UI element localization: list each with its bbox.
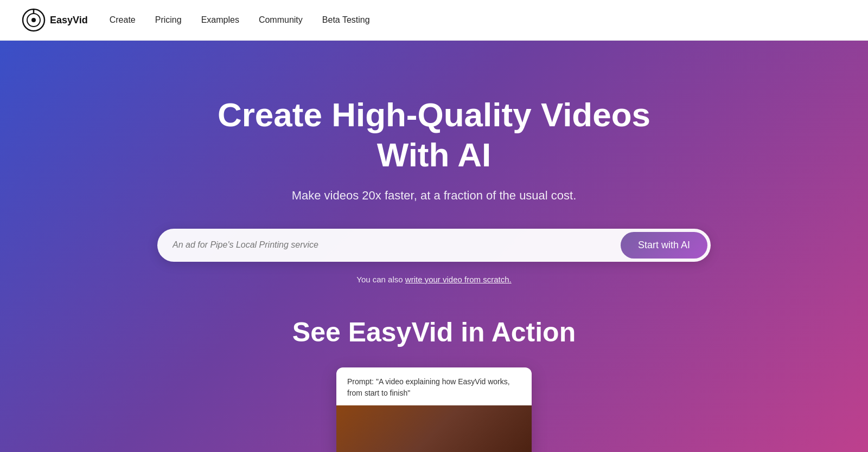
nav-item-examples[interactable]: Examples — [201, 15, 239, 25]
scratch-text: You can also write your video from scrat… — [356, 275, 511, 284]
hero-title: Create High-Quality Videos With AI — [190, 95, 678, 176]
brand-name: EasyVid — [50, 15, 88, 26]
nav-link-pricing[interactable]: Pricing — [155, 15, 182, 24]
nav-link-create[interactable]: Create — [110, 15, 136, 24]
logo-icon — [22, 8, 46, 32]
nav-link-beta-testing[interactable]: Beta Testing — [322, 15, 370, 24]
scratch-link[interactable]: write your video from scratch. — [405, 275, 512, 284]
navbar: EasyVid Create Pricing Examples Communit… — [0, 0, 868, 41]
nav-links: Create Pricing Examples Community Beta T… — [110, 15, 370, 25]
video-card-prompt: Prompt: "A video explaining how EasyVid … — [336, 367, 532, 405]
svg-point-2 — [31, 18, 36, 22]
hero-section: Create High-Quality Videos With AI Make … — [0, 41, 868, 452]
nav-item-beta-testing[interactable]: Beta Testing — [322, 15, 370, 25]
logo[interactable]: EasyVid — [22, 8, 88, 32]
search-bar: Start with AI — [157, 229, 711, 262]
nav-item-pricing[interactable]: Pricing — [155, 15, 182, 25]
start-ai-button[interactable]: Start with AI — [621, 232, 707, 259]
video-thumbnail[interactable] — [336, 405, 532, 452]
video-card: Prompt: "A video explaining how EasyVid … — [336, 367, 532, 452]
see-action-title: See EasyVid in Action — [292, 317, 576, 348]
nav-item-create[interactable]: Create — [110, 15, 136, 25]
prompt-label: Prompt: — [347, 377, 374, 386]
search-input[interactable] — [173, 240, 621, 250]
nav-link-community[interactable]: Community — [259, 15, 303, 24]
nav-link-examples[interactable]: Examples — [201, 15, 239, 24]
nav-item-community[interactable]: Community — [259, 15, 303, 25]
hero-subtitle: Make videos 20x faster, at a fraction of… — [292, 189, 577, 203]
scratch-prefix: You can also — [356, 275, 405, 284]
